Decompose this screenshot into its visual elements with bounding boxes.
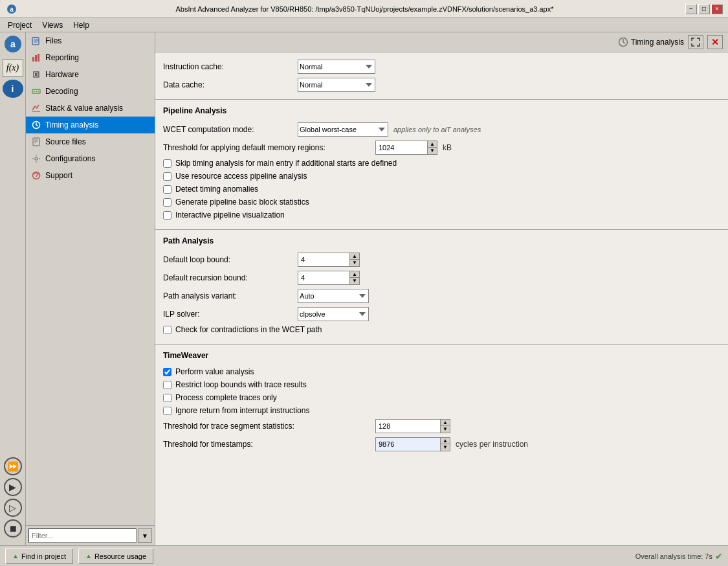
threshold-timestamps-down[interactable]: ▼ — [441, 444, 450, 451]
ignore-return-checkbox[interactable] — [163, 407, 171, 415]
instruction-cache-label: Instruction cache: — [163, 62, 292, 71]
sidebar-item-source[interactable]: Source files — [26, 133, 155, 150]
files-icon — [31, 36, 41, 46]
sidebar-item-configurations-label: Configurations — [45, 154, 95, 163]
menu-views[interactable]: Views — [37, 19, 68, 31]
path-variant-select[interactable]: Auto Manual — [298, 289, 369, 303]
step-button[interactable]: ▷ — [4, 499, 22, 517]
threshold-memory-input[interactable] — [375, 141, 427, 155]
restrict-loop-checkbox[interactable] — [163, 381, 171, 389]
threshold-trace-input[interactable] — [375, 419, 440, 433]
threshold-trace-up[interactable]: ▲ — [441, 420, 450, 426]
threshold-timestamps-unit: cycles per instruction — [456, 440, 528, 449]
default-loop-down[interactable]: ▼ — [350, 260, 359, 266]
threshold-trace-spinbox: ▲ ▼ — [375, 419, 450, 433]
check-contradictions-checkbox[interactable] — [163, 326, 171, 334]
detect-anomalies-checkbox[interactable] — [163, 185, 171, 194]
resource-usage-button[interactable]: ▲ Resource usage — [78, 549, 153, 564]
default-loop-row: Default loop bound: ▲ ▼ — [163, 251, 720, 269]
interactive-pipeline-label[interactable]: Interactive pipeline visualization — [175, 210, 285, 220]
threshold-memory-unit: kB — [443, 143, 452, 152]
sidebar-item-reporting[interactable]: Reporting — [26, 49, 155, 66]
filter-input[interactable] — [28, 528, 137, 543]
menu-help[interactable]: Help — [68, 19, 94, 31]
sidebar-item-timing[interactable]: Timing analysis — [26, 117, 155, 133]
fast-forward-button[interactable]: ⏩ — [4, 457, 22, 475]
path-variant-row: Path analysis variant: Auto Manual — [163, 287, 720, 305]
play-button[interactable]: ▶ — [4, 478, 22, 496]
menu-project[interactable]: Project — [3, 19, 37, 31]
threshold-timestamps-row: Threshold for timestamps: ▲ ▼ cycles per… — [163, 435, 720, 453]
restrict-loop-label[interactable]: Restrict loop bounds with trace results — [175, 380, 307, 389]
svg-rect-9 — [32, 57, 34, 62]
sidebar-item-hardware[interactable]: Hardware — [26, 66, 155, 83]
default-loop-input[interactable] — [298, 253, 349, 267]
path-analysis-content: Default loop bound: ▲ ▼ Default recursio… — [155, 248, 728, 341]
threshold-timestamps-up[interactable]: ▲ — [441, 438, 450, 444]
sidebar-item-source-label: Source files — [45, 137, 86, 146]
filter-dropdown-button[interactable]: ▼ — [138, 528, 152, 543]
sidebar-item-files-label: Files — [45, 36, 61, 45]
sidebar-item-configurations[interactable]: Configurations — [26, 150, 155, 167]
instruction-cache-select[interactable]: Normal None Fully associative — [298, 60, 375, 74]
threshold-memory-row: Threshold for applying default memory re… — [163, 139, 720, 157]
close-panel-button[interactable]: ✕ — [707, 35, 723, 49]
threshold-memory-up[interactable]: ▲ — [428, 141, 437, 148]
info-button[interactable]: i — [3, 80, 23, 98]
process-complete-label[interactable]: Process complete traces only — [175, 393, 277, 402]
sidebar-item-decoding-label: Decoding — [45, 87, 78, 96]
resource-usage-label: Resource usage — [94, 552, 146, 560]
generate-pipeline-checkbox[interactable] — [163, 198, 171, 207]
timing-header-icon — [618, 37, 628, 47]
data-cache-row: Data cache: Normal None Fully associativ… — [163, 76, 720, 94]
timing-analysis-label-text: Timing analysis — [631, 38, 684, 47]
skip-timing-label[interactable]: Skip timing analysis for main entry if a… — [175, 159, 397, 168]
interactive-pipeline-checkbox[interactable] — [163, 211, 171, 220]
ilp-solver-select[interactable]: clpsolve cplex — [298, 307, 369, 321]
perform-value-checkbox[interactable] — [163, 368, 171, 376]
close-button[interactable]: × — [711, 4, 723, 14]
interactive-pipeline-row: Interactive pipeline visualization — [163, 209, 720, 221]
stop-button[interactable]: ⏹ — [4, 519, 22, 538]
default-recursion-up[interactable]: ▲ — [350, 271, 359, 278]
generate-pipeline-label[interactable]: Generate pipeline basic block statistics — [175, 198, 309, 207]
svg-text:a: a — [10, 6, 14, 13]
sidebar-item-support[interactable]: Support — [26, 167, 155, 184]
find-in-project-button[interactable]: ▲ Find in project — [5, 549, 73, 564]
threshold-memory-label: Threshold for applying default memory re… — [163, 143, 370, 152]
check-contradictions-label[interactable]: Check for contradictions in the WCET pat… — [175, 325, 322, 334]
detect-anomalies-label[interactable]: Detect timing anomalies — [175, 185, 258, 194]
sidebar-item-decoding[interactable]: Decoding — [26, 83, 155, 100]
expand-button[interactable] — [688, 35, 703, 49]
threshold-memory-down[interactable]: ▼ — [428, 148, 437, 154]
check-contradictions-row: Check for contradictions in the WCET pat… — [163, 323, 720, 336]
path-variant-label: Path analysis variant: — [163, 291, 292, 300]
threshold-trace-down[interactable]: ▼ — [441, 426, 450, 433]
process-complete-checkbox[interactable] — [163, 394, 171, 402]
find-in-project-icon: ▲ — [12, 552, 19, 560]
fx-button[interactable]: f(x) — [3, 59, 23, 77]
skip-timing-checkbox[interactable] — [163, 159, 171, 168]
threshold-timestamps-label: Threshold for timestamps: — [163, 440, 370, 449]
main-layout: a f(x) i ⏩ ▶ ▷ ⏹ Files Reporting — [0, 32, 728, 545]
wcet-mode-select[interactable]: Global worst-case Local worst-case — [298, 122, 388, 137]
minimize-button[interactable]: − — [685, 4, 697, 14]
sidebar-item-stack[interactable]: Stack & value analysis — [26, 100, 155, 117]
ignore-return-label[interactable]: Ignore return from interrupt instruction… — [175, 406, 309, 415]
default-recursion-down[interactable]: ▼ — [350, 278, 359, 284]
data-cache-select[interactable]: Normal None Fully associative — [298, 78, 375, 92]
default-loop-up[interactable]: ▲ — [350, 253, 359, 260]
threshold-memory-spinbox-btns: ▲ ▼ — [427, 141, 437, 155]
use-resource-label[interactable]: Use resource access pipeline analysis — [175, 172, 307, 181]
sidebar-item-reporting-label: Reporting — [45, 53, 79, 62]
default-recursion-input[interactable] — [298, 271, 349, 285]
ilp-solver-row: ILP solver: clpsolve cplex — [163, 305, 720, 323]
use-resource-checkbox[interactable] — [163, 172, 171, 181]
default-recursion-spinbox-btns: ▲ ▼ — [349, 271, 360, 285]
pipeline-analysis-content: WCET computation mode: Global worst-case… — [155, 118, 728, 227]
maximize-button[interactable]: □ — [698, 4, 710, 14]
content-scroll[interactable]: Instruction cache: Normal None Fully ass… — [155, 52, 728, 545]
perform-value-label[interactable]: Perform value analysis — [175, 367, 254, 376]
threshold-timestamps-input[interactable] — [375, 437, 440, 451]
sidebar-item-files[interactable]: Files — [26, 32, 155, 49]
